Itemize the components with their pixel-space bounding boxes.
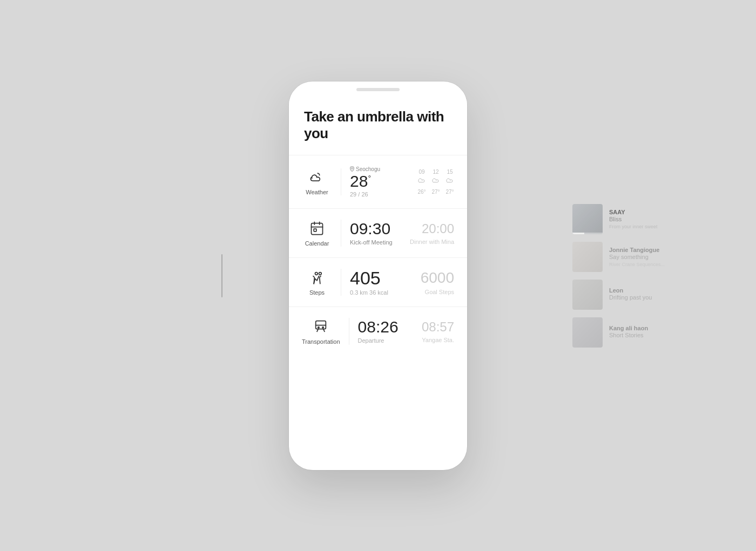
transport-icon-label: Transportation	[302, 318, 340, 345]
svg-point-4	[318, 326, 319, 328]
steps-count: 405	[350, 269, 388, 287]
steps-icon	[308, 269, 326, 286]
forecast-item-1: 09 26°	[417, 169, 426, 195]
calendar-icon-label: Calendar	[302, 220, 332, 247]
hero-title: Take an umbrella with you	[304, 108, 452, 142]
transport-divider	[349, 318, 349, 345]
track-1-artist: SAAY	[609, 209, 691, 215]
track-2-title: Say something	[609, 254, 691, 260]
weather-icon-label: Weather	[302, 168, 332, 195]
transport-main: 08:26 Departure	[358, 319, 399, 344]
transport-time: 08:26	[358, 319, 399, 335]
track-3-title: Drifting past you	[609, 294, 691, 301]
track-1[interactable]: SAAY Bliss From your inner sweet	[572, 204, 691, 234]
phone-content[interactable]: Take an umbrella with you Weather	[289, 91, 467, 470]
steps-main: 405 0.3 km 36 kcal	[350, 269, 388, 296]
transport-time2: 08:57	[422, 319, 454, 335]
steps-card[interactable]: Steps 405 0.3 km 36 kcal 6000 Goal Steps	[289, 257, 467, 307]
weather-divider	[341, 168, 341, 195]
steps-goal: 6000 Goal Steps	[421, 269, 454, 295]
transportation-card[interactable]: Transportation 08:26 Departure 08:57 Yan…	[289, 307, 467, 356]
calendar-event-secondary: 20:00 Dinner with Mina	[410, 221, 454, 245]
track-4-title: Short Stories	[609, 332, 691, 338]
transport-sub-label: Departure	[358, 337, 399, 344]
forecast-item-3: 15 27°	[446, 169, 454, 195]
weather-temp: 28°	[350, 173, 380, 189]
track-1-info: SAAY Bliss From your inner sweet	[609, 209, 691, 229]
svg-rect-2	[314, 229, 316, 232]
transport-icon	[312, 318, 329, 335]
music-panel: SAAY Bliss From your inner sweet Jonnie …	[572, 204, 691, 348]
track-thumb-1	[572, 204, 603, 234]
weather-forecast: 09 26° 12	[417, 169, 454, 195]
svg-point-5	[322, 326, 323, 328]
weather-label: Weather	[306, 189, 328, 195]
track-1-desc: From your inner sweet	[609, 224, 691, 229]
weather-range: 29 / 26	[350, 191, 380, 198]
transport-station: Yangae Sta.	[422, 337, 454, 343]
scene: Take an umbrella with you Weather	[0, 0, 756, 551]
steps-goal-label: Goal Steps	[421, 289, 454, 295]
steps-icon-label: Steps	[302, 269, 332, 296]
steps-detail: 0.3 km 36 kcal	[350, 289, 388, 296]
track-thumb-3	[572, 280, 603, 310]
calendar-event2: Dinner with Mina	[410, 239, 454, 245]
steps-goal-number: 6000	[421, 269, 454, 287]
track-thumb-2	[572, 242, 603, 272]
transport-label: Transportation	[302, 338, 340, 345]
weather-card[interactable]: Weather Seochogu 28°	[289, 155, 467, 208]
track-2[interactable]: Jonnie Tangiogue Say something River Cra…	[572, 242, 691, 272]
track-4[interactable]: Kang ali haon Short Stories	[572, 317, 691, 348]
track-3[interactable]: Leon Drifting past you	[572, 280, 691, 310]
steps-label: Steps	[309, 289, 325, 296]
calendar-time: 09:30	[350, 221, 393, 237]
weather-main: Seochogu 28° 29 / 26	[350, 166, 380, 198]
phone: Take an umbrella with you Weather	[289, 81, 467, 470]
steps-divider	[341, 269, 341, 296]
calendar-event-name: Kick-off Meeting	[350, 239, 393, 246]
track-2-artist: Jonnie Tangiogue	[609, 247, 691, 253]
transport-secondary: 08:57 Yangae Sta.	[422, 319, 454, 343]
track-3-artist: Leon	[609, 287, 691, 294]
track-4-artist: Kang ali haon	[609, 325, 691, 331]
svg-rect-1	[312, 223, 323, 235]
hero-section: Take an umbrella with you	[289, 91, 467, 155]
weather-location: Seochogu	[350, 166, 380, 172]
track-4-info: Kang ali haon Short Stories	[609, 325, 691, 340]
calendar-divider	[341, 220, 341, 247]
calendar-card[interactable]: Calendar 09:30 Kick-off Meeting 20:00 Di…	[289, 208, 467, 257]
calendar-event-main: 09:30 Kick-off Meeting	[350, 221, 393, 246]
track-2-desc: River Crane Sequences...	[609, 262, 691, 267]
track-1-title: Bliss	[609, 216, 691, 222]
track-thumb-4	[572, 317, 603, 348]
calendar-label: Calendar	[305, 240, 329, 247]
track-2-info: Jonnie Tangiogue Say something River Cra…	[609, 247, 691, 267]
weather-icon	[308, 168, 326, 186]
forecast-item-2: 12 27°	[431, 169, 440, 195]
track-3-info: Leon Drifting past you	[609, 287, 691, 302]
calendar-time2: 20:00	[410, 221, 454, 236]
calendar-icon	[308, 220, 326, 237]
left-bar	[221, 254, 222, 297]
svg-point-0	[352, 168, 353, 169]
